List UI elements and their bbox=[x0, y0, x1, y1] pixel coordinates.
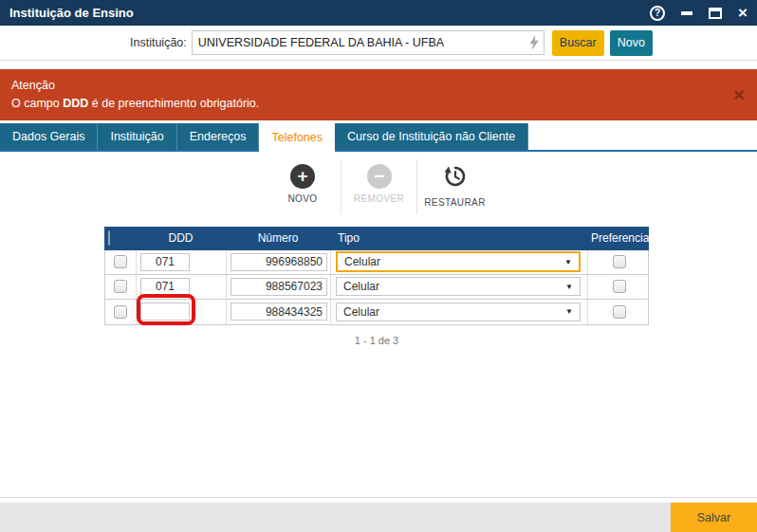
alert-title: Atenção bbox=[11, 77, 719, 95]
salvar-button[interactable]: Salvar bbox=[671, 503, 757, 532]
tipo-cell: Celular ▼ bbox=[331, 250, 588, 274]
tipo-select-value: Celular bbox=[343, 305, 379, 319]
alert-message: O campo DDD é de preenchimento obrigatór… bbox=[11, 95, 719, 113]
tab-enderecos[interactable]: Endereços bbox=[177, 123, 260, 150]
tipo-cell: Celular ▼ bbox=[331, 300, 588, 324]
alert-close-icon[interactable]: × bbox=[733, 85, 745, 104]
restaurar-label: RESTAURAR bbox=[424, 197, 486, 208]
instituicao-de-ensino-dialog: Instituição de Ensino ? × Instituição: B… bbox=[0, 0, 757, 532]
help-icon[interactable]: ? bbox=[650, 6, 665, 21]
header-ddd: DDD bbox=[136, 231, 226, 245]
novo-row-label: NOVO bbox=[287, 193, 317, 204]
preferencial-checkbox[interactable] bbox=[613, 255, 626, 268]
tipo-select-value: Celular bbox=[343, 280, 379, 293]
preferencial-cell bbox=[588, 300, 650, 324]
preferencial-cell bbox=[588, 275, 650, 299]
dropdown-arrow-icon: ▼ bbox=[565, 283, 573, 291]
header-tipo: Tipo bbox=[330, 231, 587, 245]
instituicao-search-box bbox=[192, 30, 545, 55]
ddd-cell bbox=[137, 250, 227, 274]
window-title: Instituição de Ensino bbox=[9, 6, 134, 20]
row-checkbox[interactable] bbox=[114, 280, 127, 293]
row-select-cell bbox=[105, 275, 137, 299]
alert-field-name: DDD bbox=[63, 97, 88, 110]
pagination-label: 1 - 1 de 3 bbox=[104, 335, 649, 346]
dropdown-arrow-icon: ▼ bbox=[564, 258, 572, 266]
table-header-row: DDD Número Tipo Preferencial bbox=[104, 227, 649, 250]
numero-input[interactable] bbox=[231, 278, 327, 296]
table-row: Celular ▼ bbox=[105, 250, 648, 275]
instituicao-input[interactable] bbox=[192, 30, 545, 55]
select-all-checkbox[interactable] bbox=[108, 230, 110, 246]
row-checkbox[interactable] bbox=[114, 255, 127, 268]
tipo-select[interactable]: Celular ▼ bbox=[336, 277, 581, 296]
footer-bar: Salvar bbox=[0, 503, 757, 532]
ddd-input[interactable] bbox=[140, 278, 190, 296]
preferencial-cell bbox=[588, 250, 650, 274]
tab-instituicao[interactable]: Instituição bbox=[98, 123, 176, 150]
tipo-select[interactable]: Celular ▼ bbox=[336, 251, 581, 272]
select-all-cell bbox=[104, 231, 136, 245]
tab-bar: Dados Gerais Instituição Endereços Telef… bbox=[0, 123, 757, 152]
remover-row-button: − REMOVER bbox=[341, 159, 416, 214]
grid-toolbar: + NOVO − REMOVER RESTAURAR bbox=[0, 159, 757, 214]
buscar-button[interactable]: Buscar bbox=[552, 30, 604, 56]
table-row: Celular ▼ bbox=[105, 300, 648, 324]
novo-button[interactable]: Novo bbox=[610, 30, 653, 56]
tab-telefones[interactable]: Telefones bbox=[259, 123, 335, 152]
close-icon[interactable]: × bbox=[738, 5, 748, 21]
preferencial-checkbox[interactable] bbox=[613, 280, 626, 293]
telefones-table: DDD Número Tipo Preferencial Celular ▼ bbox=[104, 227, 649, 325]
tipo-select[interactable]: Celular ▼ bbox=[336, 303, 581, 321]
remover-row-label: REMOVER bbox=[354, 193, 404, 204]
plus-circle-icon: + bbox=[290, 164, 315, 189]
content-divider bbox=[0, 497, 757, 498]
numero-cell bbox=[227, 300, 331, 324]
row-select-cell bbox=[105, 250, 137, 274]
tipo-cell: Celular ▼ bbox=[331, 275, 588, 299]
tab-curso-instituicao-nao-cliente[interactable]: Curso de Instituição não Cliente bbox=[335, 123, 528, 150]
numero-cell bbox=[227, 250, 331, 274]
alert-banner: Atenção O campo DDD é de preenchimento o… bbox=[0, 69, 757, 120]
numero-input[interactable] bbox=[231, 303, 327, 321]
numero-cell bbox=[227, 275, 331, 299]
ddd-cell bbox=[137, 275, 227, 299]
titlebar-controls: ? × bbox=[650, 5, 748, 21]
header-numero: Número bbox=[226, 231, 330, 245]
alert-message-suffix: é de preenchimento obrigatório. bbox=[92, 97, 260, 110]
numero-input[interactable] bbox=[231, 253, 327, 271]
header-preferencial: Preferencial bbox=[587, 231, 649, 245]
alert-message-prefix: O campo bbox=[11, 97, 60, 110]
search-row: Instituição: Buscar Novo bbox=[0, 26, 757, 61]
restaurar-button[interactable]: RESTAURAR bbox=[416, 159, 492, 214]
tab-dados-gerais[interactable]: Dados Gerais bbox=[0, 123, 98, 150]
table-body: Celular ▼ Celular ▼ bbox=[104, 250, 649, 325]
table-row: Celular ▼ bbox=[105, 275, 648, 300]
restore-clock-icon bbox=[443, 164, 468, 193]
preferencial-checkbox[interactable] bbox=[613, 305, 626, 319]
titlebar: Instituição de Ensino ? × bbox=[0, 0, 757, 26]
minus-circle-icon: − bbox=[367, 164, 392, 189]
ddd-input[interactable] bbox=[140, 253, 190, 271]
maximize-icon[interactable] bbox=[709, 8, 722, 19]
row-checkbox[interactable] bbox=[114, 305, 127, 319]
dropdown-arrow-icon: ▼ bbox=[565, 307, 573, 316]
ddd-cell bbox=[137, 300, 227, 324]
novo-row-button[interactable]: + NOVO bbox=[265, 159, 341, 214]
minimize-icon[interactable] bbox=[681, 11, 692, 15]
row-select-cell bbox=[105, 300, 137, 324]
instituicao-label: Instituição: bbox=[130, 36, 187, 49]
tipo-select-value: Celular bbox=[344, 255, 380, 268]
ddd-input-empty[interactable] bbox=[140, 303, 190, 321]
